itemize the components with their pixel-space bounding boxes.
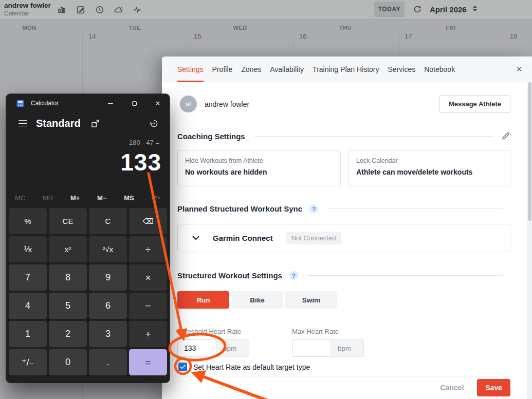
help-icon[interactable]: ? xyxy=(289,271,298,280)
checkbox-checked[interactable] xyxy=(178,363,187,371)
garmin-provider-name: Garmin Connect xyxy=(213,234,273,242)
keep-on-top-icon[interactable] xyxy=(91,119,100,128)
max-hr-unit: bpm xyxy=(331,339,364,357)
message-athlete-button[interactable]: Message Athlete xyxy=(439,95,510,113)
calc-key-x[interactable]: ⅟x xyxy=(9,236,47,262)
threshold-hr-label: Threshold Heart Rate xyxy=(177,328,249,335)
structured-workout-title: Structured Workout Settings xyxy=(177,271,282,280)
calc-key-[interactable]: = xyxy=(129,349,167,375)
calc-key-c[interactable]: C xyxy=(89,208,127,234)
garmin-connect-row[interactable]: Garmin Connect Not Connected xyxy=(177,224,510,252)
close-window-button[interactable]: ✕ xyxy=(146,94,170,112)
calc-key-1[interactable]: 1 xyxy=(9,321,47,347)
calc-key-5[interactable]: 5 xyxy=(49,293,87,319)
calculator-expression: 180 - 47 = xyxy=(129,139,159,146)
calculator-keypad: %CEC⌫⅟xx²²√x÷789×456−123+⁺/₋0.= xyxy=(9,208,167,375)
calc-key-3[interactable]: 3 xyxy=(89,321,127,347)
coaching-card-lock-calendar[interactable]: Lock CalendarAthlete can move/delete wor… xyxy=(348,150,510,186)
tab-availability[interactable]: Availability xyxy=(270,56,304,82)
panel-tabs: SettingsProfileZonesAvailabilityTraining… xyxy=(162,56,532,82)
sport-selector: RunBikeSwim xyxy=(177,291,337,309)
workout-sync-title: Planned Structured Workout Sync xyxy=(177,204,302,213)
threshold-hr-field: Threshold Heart Rate bpm xyxy=(177,328,249,357)
divider xyxy=(307,275,503,276)
calculator-window-title: Calculator xyxy=(31,100,59,107)
memory-button-mr[interactable]: MR xyxy=(43,194,53,202)
tab-zones[interactable]: Zones xyxy=(241,56,261,82)
sport-tab-run[interactable]: Run xyxy=(177,291,229,309)
scrollbar-thumb[interactable] xyxy=(528,82,531,221)
max-hr-field: Max Heart Rate bpm xyxy=(292,328,364,357)
calc-key-[interactable]: × xyxy=(129,264,167,291)
sport-tab-swim[interactable]: Swim xyxy=(285,291,337,309)
calc-key-ce[interactable]: CE xyxy=(49,208,87,234)
calc-key-[interactable]: ⌫ xyxy=(129,208,167,234)
athlete-row: af andrew fowler xyxy=(180,96,249,112)
tab-notebook[interactable]: Notebook xyxy=(424,56,455,82)
calc-key-[interactable]: . xyxy=(89,349,127,375)
sport-tab-bike[interactable]: Bike xyxy=(231,291,283,309)
calc-key-0[interactable]: 0 xyxy=(49,349,87,375)
chevron-down-icon xyxy=(192,236,199,240)
tab-services[interactable]: Services xyxy=(388,56,416,82)
memory-button-m[interactable]: M+ xyxy=(70,194,80,202)
edit-pencil-icon[interactable] xyxy=(501,131,510,141)
calc-key-2[interactable]: 2 xyxy=(49,321,87,347)
calculator-result: 133 xyxy=(120,148,161,176)
cancel-button[interactable]: Cancel xyxy=(440,384,464,392)
maximize-button[interactable] xyxy=(122,94,146,112)
divider xyxy=(327,208,503,209)
menu-icon[interactable] xyxy=(19,120,27,127)
calc-key-x[interactable]: x² xyxy=(49,236,87,262)
coaching-card-hide-workouts-from-athlete[interactable]: Hide Workouts from AthleteNo workouts ar… xyxy=(177,150,341,186)
memory-button-m[interactable]: M˅ xyxy=(152,194,161,202)
divider xyxy=(254,136,494,137)
athlete-name: andrew fowler xyxy=(205,100,249,108)
card-label: Hide Workouts from Athlete xyxy=(185,157,333,164)
calc-key-[interactable]: − xyxy=(129,293,167,319)
card-value: Athlete can move/delete workouts xyxy=(356,168,503,176)
tab-settings[interactable]: Settings xyxy=(177,56,204,82)
card-value: No workouts are hidden xyxy=(185,168,333,176)
calculator-app-icon xyxy=(16,100,24,107)
structured-workout-header: Structured Workout Settings ? xyxy=(177,271,510,280)
calc-key-6[interactable]: 6 xyxy=(89,293,127,319)
calculator-window: Calculator ✕ Standard 180 - 47 = 133 MCM… xyxy=(6,94,170,383)
calc-key-[interactable]: % xyxy=(9,208,47,234)
default-target-checkbox-row[interactable]: Set Heart Rate as default target type xyxy=(178,363,310,371)
memory-button-mc[interactable]: MC xyxy=(15,194,25,202)
coaching-settings-title: Coaching Settings xyxy=(177,132,245,141)
coaching-cards: Hide Workouts from AthleteNo workouts ar… xyxy=(177,150,510,186)
calc-key-4[interactable]: 4 xyxy=(9,293,47,319)
calc-key-[interactable]: ⁺/₋ xyxy=(9,349,47,375)
checkbox-label: Set Heart Rate as default target type xyxy=(193,363,310,371)
minimize-button[interactable] xyxy=(99,94,122,112)
threshold-hr-input[interactable] xyxy=(177,339,216,357)
threshold-hr-unit: bpm xyxy=(216,339,249,357)
connection-status-badge: Not Connected xyxy=(286,232,341,244)
panel-scrollbar[interactable] xyxy=(527,82,532,399)
avatar: af xyxy=(180,96,197,112)
calc-key-x[interactable]: ²√x xyxy=(89,236,127,262)
memory-button-ms[interactable]: MS xyxy=(124,194,134,202)
max-hr-input[interactable] xyxy=(292,339,331,357)
calculator-mode[interactable]: Standard xyxy=(36,118,81,129)
coaching-settings-header: Coaching Settings xyxy=(177,131,510,141)
panel-footer: Cancel Save xyxy=(177,376,510,399)
memory-button-m[interactable]: M− xyxy=(97,194,106,202)
help-icon[interactable]: ? xyxy=(309,204,318,213)
save-button[interactable]: Save xyxy=(477,379,510,396)
tab-training-plan-history[interactable]: Training Plan History xyxy=(313,56,379,82)
history-icon[interactable] xyxy=(149,119,159,128)
calc-key-8[interactable]: 8 xyxy=(49,264,87,291)
calc-key-7[interactable]: 7 xyxy=(9,264,47,291)
calc-key-[interactable]: + xyxy=(129,321,167,347)
athlete-settings-panel: SettingsProfileZonesAvailabilityTraining… xyxy=(162,56,532,399)
calc-key-[interactable]: ÷ xyxy=(129,236,167,262)
card-label: Lock Calendar xyxy=(356,157,503,164)
close-icon[interactable]: ✕ xyxy=(515,65,524,74)
memory-row: MCMRM+M−MSM˅ xyxy=(6,192,170,204)
calc-key-9[interactable]: 9 xyxy=(89,264,127,291)
calculator-titlebar[interactable]: Calculator ✕ xyxy=(6,94,170,112)
tab-profile[interactable]: Profile xyxy=(212,56,233,82)
